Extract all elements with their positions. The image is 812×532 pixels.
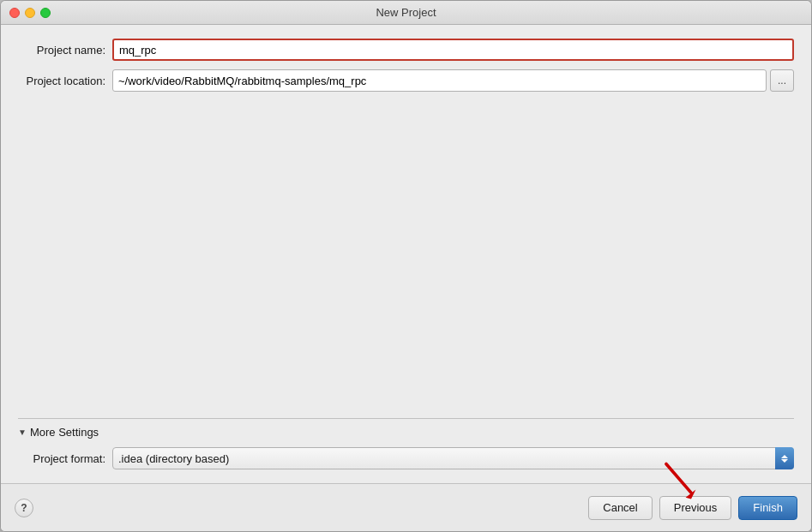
project-name-label: Project name: — [18, 44, 112, 57]
cancel-button[interactable]: Cancel — [588, 496, 652, 520]
project-format-wrapper: .idea (directory based) .ipr (file based… — [112, 447, 794, 469]
previous-button[interactable]: Previous — [659, 496, 732, 520]
help-button[interactable]: ? — [15, 499, 33, 517]
title-bar: New Project — [1, 1, 811, 25]
more-settings-label: More Settings — [30, 426, 99, 439]
maximize-button[interactable] — [40, 8, 51, 18]
window-title: New Project — [376, 6, 436, 19]
dialog-content: Project name: Project location: ... ▼ Mo… — [1, 25, 811, 483]
more-settings-header[interactable]: ▼ More Settings — [18, 426, 794, 439]
project-format-label: Project format: — [18, 452, 112, 465]
close-button[interactable] — [9, 8, 20, 18]
project-name-input[interactable] — [112, 39, 794, 61]
window-controls — [9, 8, 51, 18]
project-name-row: Project name: — [18, 39, 794, 61]
project-format-select[interactable]: .idea (directory based) .ipr (file based… — [112, 447, 794, 469]
project-location-row: Project location: ... — [18, 69, 794, 92]
project-location-label: Project location: — [18, 75, 112, 87]
minimize-button[interactable] — [25, 8, 35, 18]
finish-button[interactable]: Finish — [738, 496, 797, 520]
dialog-footer: ? Cancel Previous Finish — [1, 483, 811, 531]
project-location-input[interactable] — [112, 69, 767, 92]
new-project-dialog: New Project Project name: Project locati… — [0, 0, 812, 532]
more-settings-section: ▼ More Settings Project format: .idea (d… — [18, 418, 794, 483]
chevron-down-icon: ▼ — [18, 427, 27, 437]
browse-button[interactable]: ... — [770, 69, 794, 92]
content-spacer — [18, 100, 794, 418]
more-settings-content: Project format: .idea (directory based) … — [18, 447, 794, 469]
